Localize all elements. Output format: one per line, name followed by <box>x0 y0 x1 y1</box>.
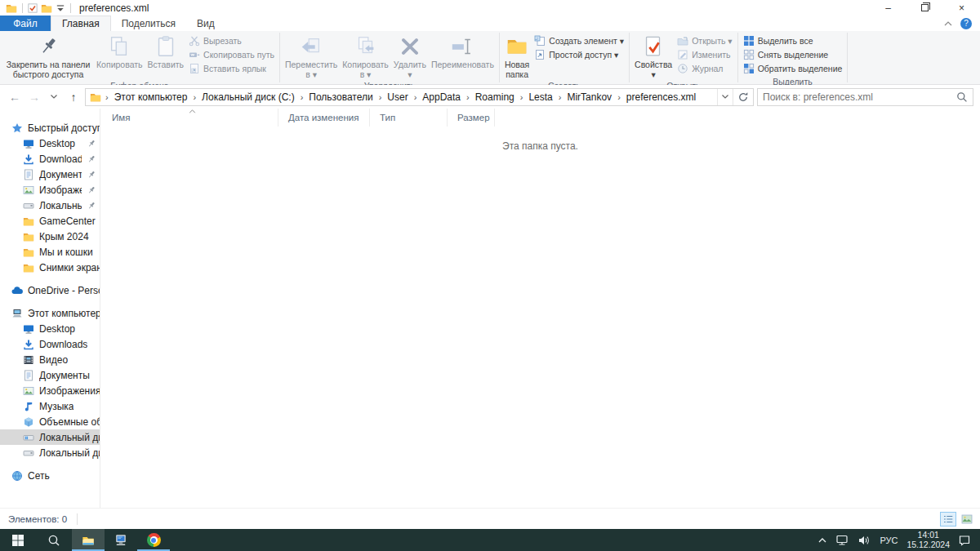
qat-customize-button[interactable] <box>54 3 67 13</box>
sidebar-item-Видео[interactable]: Видео <box>0 352 100 367</box>
language-indicator[interactable]: РУС <box>880 535 898 545</box>
sidebar-section-Сеть[interactable]: Сеть <box>0 468 100 483</box>
volume-icon[interactable] <box>858 534 871 547</box>
taskbar-gamecenter-button[interactable] <box>105 529 137 551</box>
ribbon-button-select-none[interactable]: Снять выделение <box>743 49 843 60</box>
sidebar-item-Мы и кошки[interactable]: Мы и кошки <box>0 244 100 260</box>
clock-date: 15.12.2024 <box>906 540 950 550</box>
breadcrumb-item[interactable]: Пользователи <box>307 91 374 103</box>
ribbon-tab-row: ФайлГлавнаяПоделитьсяВид ? <box>0 16 980 31</box>
qat-newfolder-button[interactable] <box>39 2 54 14</box>
breadcrumb-item[interactable]: User <box>385 91 409 103</box>
sidebar-item-Документы[interactable]: Документы <box>0 367 100 383</box>
sidebar-item-GameCenter[interactable]: GameCenter <box>0 213 100 229</box>
select-invert-icon <box>743 63 755 74</box>
collapse-ribbon-icon[interactable] <box>944 21 952 26</box>
breadcrumb-item[interactable]: Roaming <box>474 91 516 103</box>
search-input[interactable] <box>763 91 956 103</box>
tab-share[interactable]: Поделиться <box>111 16 186 31</box>
sidebar-section-OneDrive - Personal[interactable]: OneDrive - Personal <box>0 282 100 298</box>
ribbon-button-edit[interactable]: Изменить <box>677 49 732 60</box>
sidebar-item-Desktop[interactable]: Desktop <box>0 136 100 151</box>
column-header-2[interactable]: Тип <box>370 109 448 127</box>
monitor-icon <box>23 138 34 149</box>
ribbon-button-select-invert[interactable]: Обратить выделение <box>743 63 843 74</box>
refresh-icon[interactable] <box>733 89 753 105</box>
sidebar-item-Downloads[interactable]: Downloads <box>0 151 100 167</box>
ribbon-button-pin[interactable]: Закрепить на панелибыстрого доступа <box>2 33 94 80</box>
ribbon-button-copyto[interactable]: Копироватьв ▾ <box>340 33 391 80</box>
action-center-icon[interactable] <box>959 535 970 546</box>
breadcrumb-item[interactable]: Локальный диск (C:) <box>200 91 296 103</box>
ribbon-button-open[interactable]: Открыть ▾ <box>677 35 732 47</box>
breadcrumb-item[interactable]: MirTankov <box>565 91 613 103</box>
ribbon-button-paste[interactable]: Вставить <box>145 33 187 71</box>
breadcrumb-item[interactable]: Этот компьютер <box>113 91 189 103</box>
thumbnails-view-button[interactable] <box>959 512 975 527</box>
disk-icon <box>23 447 34 459</box>
taskbar-start-button[interactable] <box>0 529 36 551</box>
ribbon-button-easyaccess[interactable]: Простой доступ ▾ <box>534 49 624 60</box>
computer-icon <box>11 308 23 319</box>
ribbon-button-newitem[interactable]: Создать элемент ▾ <box>534 35 624 47</box>
sidebar-item-Крым 2024[interactable]: Крым 2024 <box>0 229 100 244</box>
sidebar-section-Этот компьютер[interactable]: Этот компьютер <box>0 305 100 321</box>
qat-properties-button[interactable] <box>26 3 39 13</box>
tab-view[interactable]: Вид <box>186 16 225 31</box>
ribbon-button-select-all[interactable]: Выделить все <box>743 35 843 47</box>
address-dropdown-icon[interactable] <box>717 89 733 105</box>
ribbon-button-move[interactable]: Переместитьв ▾ <box>283 33 340 80</box>
show-hidden-icons-icon[interactable] <box>818 538 826 543</box>
recent-locations-icon[interactable] <box>44 95 64 99</box>
taskbar-search-button[interactable] <box>36 529 72 551</box>
ribbon-button-newfolder[interactable]: Новаяпапка <box>502 33 532 80</box>
network-icon[interactable] <box>835 534 849 547</box>
ribbon-button-properties[interactable]: Свойства▾ <box>632 33 675 80</box>
column-header-0[interactable]: Имя <box>110 109 278 127</box>
address-box[interactable]: ›Этот компьютер›Локальный диск (C:)›Поль… <box>85 88 754 106</box>
ribbon-button-copy[interactable]: Копировать <box>94 33 145 71</box>
forward-button[interactable]: → <box>24 91 44 104</box>
sidebar-item-Локальный диск (C:)[interactable]: Локальный диск (C:) <box>0 429 100 445</box>
sidebar-item-Изображения[interactable]: Изображения <box>0 383 100 398</box>
details-view-button[interactable] <box>940 512 956 527</box>
clock[interactable]: 14:01 15.12.2024 <box>906 531 950 549</box>
up-button[interactable]: ↑ <box>64 91 83 104</box>
ribbon-button-shortcut[interactable]: Вставить ярлык <box>189 63 274 74</box>
back-button[interactable]: ← <box>5 91 24 104</box>
chev-down-icon <box>51 95 57 99</box>
ribbon-button-history[interactable]: Журнал <box>677 63 732 74</box>
help-icon[interactable]: ? <box>960 18 972 29</box>
ribbon-button-rename[interactable]: Переименовать <box>429 33 497 71</box>
thumbnails-view-icon <box>961 513 973 525</box>
delete-icon <box>398 34 422 59</box>
sidebar-item-Объемные объекты[interactable]: Объемные объекты <box>0 414 100 429</box>
sidebar-item-Изображения[interactable]: Изображения <box>0 182 100 198</box>
taskbar-chrome-button[interactable] <box>137 529 170 551</box>
restore-button[interactable] <box>906 0 943 16</box>
sidebar-item-Снимки экрана[interactable]: Снимки экрана <box>0 260 100 275</box>
sidebar-item-Desktop[interactable]: Desktop <box>0 321 100 336</box>
sidebar-item-Локальный диск (C:)[interactable]: Локальный диск (C:) <box>0 198 100 213</box>
breadcrumb-item[interactable]: preferences.xml <box>625 91 697 103</box>
tab-file[interactable]: Файл <box>0 16 51 31</box>
sidebar-item-Downloads[interactable]: Downloads <box>0 336 100 352</box>
breadcrumb-item[interactable]: Lesta <box>527 91 554 103</box>
sidebar-item-Документы[interactable]: Документы <box>0 167 100 182</box>
ribbon-button-cut[interactable]: Вырезать <box>189 35 274 47</box>
close-button[interactable]: × <box>943 0 980 16</box>
sidebar-item-Локальный диск (E:)[interactable]: Локальный диск (E:) <box>0 445 100 460</box>
sidebar-section-Быстрый доступ[interactable]: Быстрый доступ <box>0 120 100 136</box>
breadcrumb-item[interactable]: AppData <box>421 91 462 103</box>
navigation-pane: Быстрый доступDesktopDownloadsДокументыИ… <box>0 109 100 508</box>
taskbar-explorer-button[interactable] <box>72 529 105 551</box>
newfolder-icon <box>505 34 529 59</box>
minimize-button[interactable]: – <box>870 0 906 16</box>
ribbon-button-delete[interactable]: Удалить▾ <box>391 33 429 80</box>
tab-home[interactable]: Главная <box>51 16 111 31</box>
breadcrumb-chevron-icon: › <box>375 92 386 102</box>
ribbon-button-copypath[interactable]: Скопировать путь <box>189 49 274 60</box>
column-header-3[interactable]: Размер <box>448 109 495 127</box>
column-header-1[interactable]: Дата изменения <box>278 109 370 127</box>
sidebar-item-Музыка[interactable]: Музыка <box>0 398 100 414</box>
